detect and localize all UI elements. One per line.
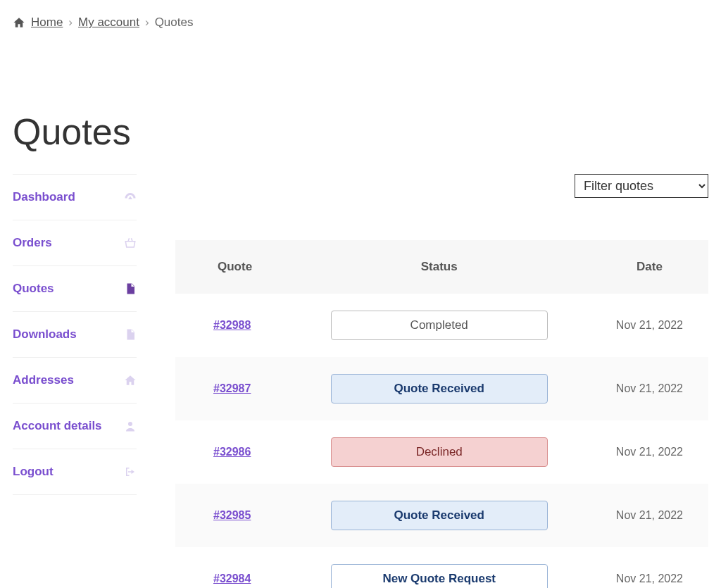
sidebar-item-downloads[interactable]: Downloads <box>13 311 137 357</box>
sidebar-item-logout[interactable]: Logout <box>13 449 137 495</box>
table-row: #32988CompletedNov 21, 2022 <box>175 294 708 357</box>
table-row: #32986DeclinedNov 21, 2022 <box>175 420 708 484</box>
breadcrumb-current: Quotes <box>155 15 194 30</box>
user-icon <box>124 420 137 432</box>
gauge-icon <box>124 191 137 204</box>
date-cell: Nov 21, 2022 <box>591 294 708 357</box>
sidebar-item-label: Orders <box>13 236 52 250</box>
date-cell: Nov 21, 2022 <box>591 357 708 420</box>
status-badge: Quote Received <box>331 501 548 530</box>
account-sidebar: DashboardOrdersQuotesDownloadsAddressesA… <box>13 174 137 588</box>
date-cell: Nov 21, 2022 <box>591 547 708 588</box>
table-row: #32987Quote ReceivedNov 21, 2022 <box>175 357 708 420</box>
file-icon <box>124 282 137 295</box>
date-cell: Nov 21, 2022 <box>591 484 708 547</box>
sidebar-item-quotes[interactable]: Quotes <box>13 265 137 311</box>
col-quote: Quote <box>175 240 288 294</box>
breadcrumb-separator: › <box>145 15 149 30</box>
status-badge: New Quote Request <box>331 564 548 588</box>
quote-link[interactable]: #32987 <box>213 382 251 394</box>
home-icon <box>13 16 25 29</box>
status-badge: Completed <box>331 311 548 340</box>
quote-link[interactable]: #32986 <box>213 446 251 458</box>
sidebar-item-label: Dashboard <box>13 190 75 204</box>
svg-point-2 <box>128 422 132 426</box>
basket-icon <box>124 237 137 249</box>
breadcrumb-separator: › <box>68 15 73 30</box>
date-cell: Nov 21, 2022 <box>591 420 708 484</box>
sidebar-item-label: Downloads <box>13 327 77 342</box>
sidebar-item-label: Account details <box>13 419 102 433</box>
breadcrumb: Home › My account › Quotes <box>0 0 721 30</box>
table-row: #32984New Quote RequestNov 21, 2022 <box>175 547 708 588</box>
sign-out-icon <box>124 465 137 478</box>
col-date: Date <box>591 240 708 294</box>
main-content: Filter quotes Quote Status Date #32988Co… <box>175 174 708 588</box>
breadcrumb-home[interactable]: Home <box>31 15 63 30</box>
sidebar-item-account-details[interactable]: Account details <box>13 403 137 449</box>
quote-link[interactable]: #32985 <box>213 509 251 521</box>
svg-rect-0 <box>129 289 133 289</box>
quote-link[interactable]: #32984 <box>213 573 251 584</box>
status-badge: Quote Received <box>331 374 548 404</box>
home-icon <box>124 374 137 387</box>
sidebar-item-addresses[interactable]: Addresses <box>13 357 137 403</box>
file-arrow-icon <box>124 328 137 341</box>
col-status: Status <box>288 240 591 294</box>
quotes-table: Quote Status Date #32988CompletedNov 21,… <box>175 240 708 588</box>
sidebar-item-label: Logout <box>13 465 54 479</box>
sidebar-item-dashboard[interactable]: Dashboard <box>13 174 137 220</box>
status-badge: Declined <box>331 437 548 467</box>
breadcrumb-my-account[interactable]: My account <box>78 15 139 30</box>
filter-quotes-select[interactable]: Filter quotes <box>575 174 708 198</box>
sidebar-item-label: Quotes <box>13 282 54 296</box>
table-row: #32985Quote ReceivedNov 21, 2022 <box>175 484 708 547</box>
sidebar-item-orders[interactable]: Orders <box>13 220 137 265</box>
svg-rect-1 <box>129 290 133 291</box>
sidebar-item-label: Addresses <box>13 373 74 387</box>
filter-row: Filter quotes <box>175 174 708 198</box>
page-title: Quotes <box>0 111 721 153</box>
quote-link[interactable]: #32988 <box>213 319 251 331</box>
